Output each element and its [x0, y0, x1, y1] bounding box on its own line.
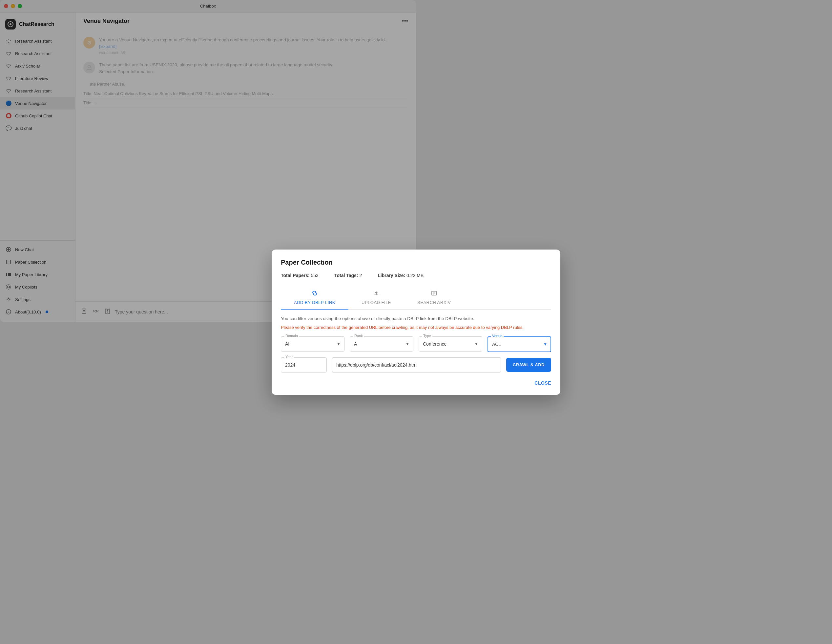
- total-tags-label: Total Tags:: [334, 273, 358, 278]
- paper-collection-modal: Paper Collection Total Papers: 553 Total…: [272, 249, 416, 322]
- tab-content-dblp: You can filter venues using the options …: [281, 316, 416, 322]
- library-size-label: Library Size:: [378, 273, 405, 278]
- tab-arxiv[interactable]: SEARCH ARXIV: [404, 286, 416, 310]
- total-papers-value: 553: [311, 273, 318, 278]
- tab-upload-label: UPLOAD FILE: [362, 300, 391, 305]
- link-icon: [311, 290, 318, 298]
- total-papers-label: Total Papers:: [281, 273, 310, 278]
- total-tags-stat: Total Tags: 2: [334, 273, 362, 278]
- library-size-value: 0.22 MB: [406, 273, 416, 278]
- tab-dblp-label: ADD BY DBLP LINK: [294, 300, 335, 305]
- svg-rect-24: [374, 294, 378, 295]
- modal-stats: Total Papers: 553 Total Tags: 2 Library …: [281, 273, 416, 278]
- total-papers-stat: Total Papers: 553: [281, 273, 318, 278]
- library-size-stat: Library Size: 0.22 MB: [378, 273, 416, 278]
- modal-overlay[interactable]: Paper Collection Total Papers: 553 Total…: [0, 0, 416, 322]
- total-tags-value: 2: [359, 273, 362, 278]
- tab-upload[interactable]: UPLOAD FILE: [349, 286, 404, 310]
- modal-title: Paper Collection: [281, 259, 416, 266]
- info-text: You can filter venues using the options …: [281, 316, 416, 321]
- upload-icon: [373, 290, 379, 298]
- tab-dblp[interactable]: ADD BY DBLP LINK: [281, 286, 349, 310]
- modal-tabs: ADD BY DBLP LINK UPLOAD FILE SEARCH ARXI…: [281, 286, 416, 310]
